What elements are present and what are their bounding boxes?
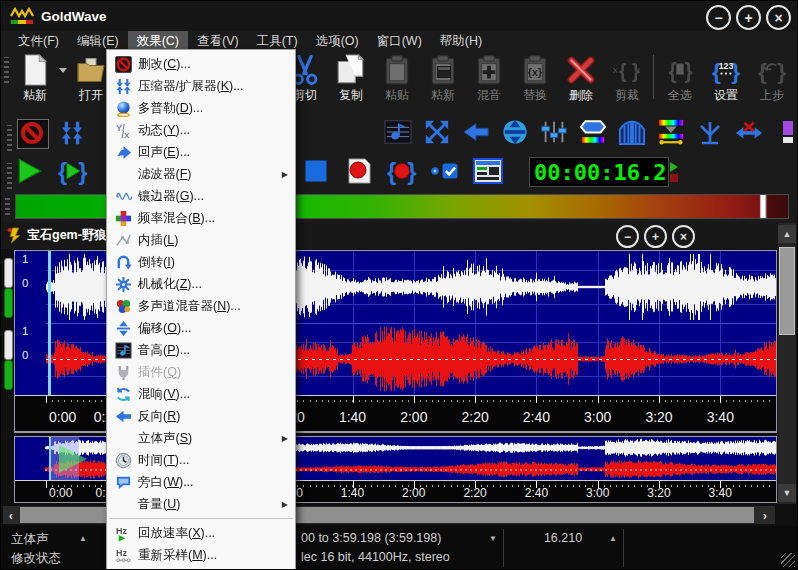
effects-menu-item-reverse[interactable]: 反向(R): [107, 405, 295, 427]
meter-drag-handle[interactable]: [5, 197, 10, 215]
effects-menu-item-censor[interactable]: 删改(C)...: [107, 53, 295, 75]
stop-button[interactable]: [301, 157, 339, 187]
spectrum-hex-button[interactable]: [579, 119, 609, 147]
expand-arrows-button[interactable]: [423, 119, 453, 147]
offset-circle-button[interactable]: [501, 119, 531, 147]
monitor-button[interactable]: [430, 157, 468, 187]
effects-menu-item-invert[interactable]: 倒转(I): [107, 251, 295, 273]
effects-menu-item-plugin[interactable]: 插件(Q): [107, 361, 295, 383]
menubar-item-4[interactable]: 工具(T): [248, 31, 307, 50]
paste-button[interactable]: 粘贴: [374, 53, 420, 104]
effects-menu-item-volume[interactable]: 音量(U)▶: [107, 493, 295, 515]
delete-icon: [558, 53, 604, 87]
record-button[interactable]: [344, 157, 382, 187]
doc-close-button[interactable]: ×: [672, 225, 695, 248]
select-all-button[interactable]: {}全选: [657, 53, 703, 104]
rays-button[interactable]: [696, 119, 726, 147]
scroll-left-arrow-icon[interactable]: ‹: [3, 506, 19, 524]
menubar-item-1[interactable]: 编辑(E): [68, 31, 128, 50]
selection-range-status[interactable]: 00 to 3:59.198 (3:59.198): [301, 531, 441, 545]
filter-sweep-button[interactable]: [657, 119, 687, 147]
channel-mode-status[interactable]: 立体声: [11, 531, 49, 548]
position-value-status[interactable]: 16.210: [521, 531, 605, 545]
scroll-up-arrow-icon[interactable]: ▲: [778, 225, 796, 243]
minimize-button[interactable]: −: [706, 5, 731, 30]
scroll-down-arrow-icon[interactable]: ▼: [778, 484, 796, 502]
effects-menu-item-dynamics[interactable]: Y//x动态(Y)...: [107, 119, 295, 141]
effects-menu-item-interpolate[interactable]: 内插(L): [107, 229, 295, 251]
resize-grip[interactable]: [781, 553, 795, 567]
maximize-button[interactable]: +: [736, 5, 761, 30]
close-button[interactable]: ×: [766, 5, 791, 30]
play-button[interactable]: [15, 157, 53, 187]
effects-menu-item-multichannel-mixer[interactable]: 多声道混音器(N)...: [107, 295, 295, 317]
menubar-item-3[interactable]: 查看(V): [188, 31, 248, 50]
pitch-chart-button[interactable]: [384, 119, 414, 147]
timeline-tick: [475, 396, 476, 403]
effects-menu-item-time-warp[interactable]: 时间(T)...: [107, 449, 295, 471]
compress-button[interactable]: [58, 120, 88, 148]
effects-menu-item-reverb[interactable]: 混响(V)...: [107, 383, 295, 405]
menubar-item-6[interactable]: 窗口(W): [368, 31, 431, 50]
blank-icon: [113, 165, 133, 183]
trim-button[interactable]: { }xx剪裁: [604, 53, 650, 104]
x-arrows-button[interactable]: [735, 119, 765, 147]
delete-button[interactable]: 删除: [558, 53, 604, 104]
reverse-arrow-button[interactable]: [462, 119, 492, 147]
vertical-scrollbar[interactable]: ▲ ▼: [778, 223, 796, 504]
toolbar-drag-handle[interactable]: [7, 125, 12, 151]
value-spinner-icon[interactable]: ▲: [609, 534, 617, 543]
channel1-enable-toggle[interactable]: [4, 288, 13, 318]
menubar-item-5[interactable]: 选项(O): [307, 31, 368, 50]
clipped-button[interactable]: [774, 119, 798, 147]
gate-doors-button[interactable]: [618, 119, 648, 147]
submenu-arrow-icon: ▶: [282, 500, 288, 509]
play-selection-button[interactable]: {}: [58, 157, 96, 187]
svg-text:}: }: [777, 58, 786, 84]
record-selection-button[interactable]: {}: [387, 157, 425, 187]
svg-text:{: {: [669, 59, 677, 83]
effects-menu-item-echo[interactable]: 回声(E)...: [107, 141, 295, 163]
undo-step-icon: {}: [749, 53, 795, 87]
control-window-button[interactable]: [473, 157, 511, 187]
effects-menu-item-stereo[interactable]: 立体声(S)▶: [107, 427, 295, 449]
effects-menu-item-compressor-expander[interactable]: 压缩器/扩展器(K)...: [107, 75, 295, 97]
effects-menu-item-frequency-blend[interactable]: 频率混合(B)...: [107, 207, 295, 229]
new-file-dropdown-icon[interactable]: [59, 68, 67, 73]
doc-maximize-button[interactable]: +: [644, 225, 667, 248]
svg-text:{: {: [58, 158, 67, 185]
set-selection-button[interactable]: {}123设置: [703, 53, 749, 104]
menubar-item-7[interactable]: 帮助(H): [431, 31, 491, 50]
effects-menu-item-doppler[interactable]: 多普勒(D)...: [107, 97, 295, 119]
replace-button[interactable]: {x}替换: [512, 53, 558, 104]
doc-minimize-button[interactable]: −: [616, 225, 639, 248]
equalizer-button[interactable]: [540, 119, 570, 147]
mix-button[interactable]: 混音: [466, 53, 512, 104]
effects-menu-item-offset[interactable]: 偏移(O)...: [107, 317, 295, 339]
scroll-right-arrow-icon[interactable]: ›: [757, 506, 773, 524]
menubar-item-0[interactable]: 文件(F): [9, 31, 68, 50]
channel-mode-spinner-icon[interactable]: ▲: [79, 534, 87, 543]
effects-menu-item-narrator[interactable]: 旁白(W)...: [107, 471, 295, 493]
copy-button[interactable]: 复制: [328, 53, 374, 104]
block-button[interactable]: [17, 119, 49, 149]
toolbar-drag-handle[interactable]: [7, 163, 12, 189]
channel2-indicator[interactable]: [4, 330, 13, 360]
effects-menu-item-pitch[interactable]: 音高(P)...: [107, 339, 295, 361]
timeline-label: 2:20: [451, 486, 499, 500]
effects-menu-item-filter[interactable]: 滤波器(F)▶: [107, 163, 295, 185]
effects-menu-item-resample[interactable]: Hz重新采样(M)...: [107, 544, 295, 566]
selection-dropdown-icon[interactable]: ▼: [489, 534, 497, 543]
paste-new-button[interactable]: 粘新: [420, 53, 466, 104]
timeline-label: 2:40: [512, 486, 560, 500]
effects-menu-item-flanger[interactable]: 镶边器(G)...: [107, 185, 295, 207]
channel2-enable-toggle[interactable]: [4, 360, 13, 390]
toolbar-drag-handle[interactable]: [4, 57, 9, 83]
undo-step-button[interactable]: {}上步: [749, 53, 795, 104]
vertical-scroll-thumb[interactable]: [779, 247, 795, 335]
new-file-button[interactable]: 粘新: [12, 53, 58, 104]
menubar-item-2[interactable]: 效果(C): [128, 31, 188, 50]
effects-menu-item-playback-rate[interactable]: Hz回放速率(X)...: [107, 522, 295, 544]
channel1-indicator[interactable]: [4, 258, 13, 288]
effects-menu-item-mechanize[interactable]: 机械化(Z)...: [107, 273, 295, 295]
